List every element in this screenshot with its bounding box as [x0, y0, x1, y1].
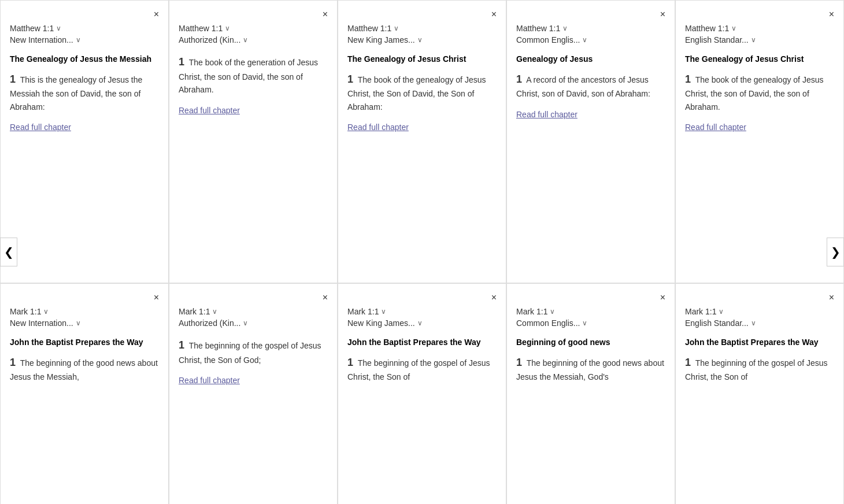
reference-text: Matthew 1:1 [685, 24, 729, 33]
version-text: English Standar... [685, 35, 749, 45]
reference-selector[interactable]: Mark 1:1 ∨ [10, 307, 159, 316]
verse-number: 1 [685, 73, 691, 85]
close-button[interactable]: × [154, 293, 159, 302]
read-full-chapter-link[interactable]: Read full chapter [10, 123, 71, 132]
verse-text: 1 The beginning of the gospel of Jesus C… [179, 337, 328, 366]
verse-number: 1 [516, 357, 522, 368]
close-button[interactable]: × [491, 10, 497, 19]
reference-text: Matthew 1:1 [347, 24, 391, 33]
reference-chevron-icon: ∨ [225, 24, 230, 32]
version-selector[interactable]: English Standar... ∨ [685, 318, 834, 328]
close-button[interactable]: × [660, 10, 665, 19]
verse-text: 1 This is the genealogy of Jesus the Mes… [10, 71, 159, 114]
reference-text: Matthew 1:1 [10, 24, 54, 33]
version-text: Authorized (Kin... [179, 35, 240, 45]
reference-selector[interactable]: Mark 1:1 ∨ [347, 307, 497, 316]
verse-text: 1 The book of the genealogy of Jesus Chr… [347, 71, 497, 114]
verse-text: 1 The book of the generation of Jesus Ch… [179, 54, 328, 97]
read-full-chapter-link[interactable]: Read full chapter [179, 376, 240, 385]
reference-selector[interactable]: Mark 1:1 ∨ [685, 307, 834, 316]
version-selector[interactable]: New Internation... ∨ [10, 318, 159, 328]
version-chevron-icon: ∨ [76, 319, 81, 327]
close-button[interactable]: × [491, 293, 497, 302]
version-chevron-icon: ∨ [243, 36, 248, 44]
next-nav-button[interactable]: ❯ [827, 238, 844, 266]
version-chevron-icon: ∨ [76, 36, 81, 44]
card-header: × [179, 10, 328, 19]
reference-chevron-icon: ∨ [56, 24, 61, 32]
card-r1c3: ×Matthew 1:1 ∨New King James... ∨The Gen… [338, 0, 506, 283]
version-chevron-icon: ∨ [582, 36, 587, 44]
section-title: John the Baptist Prepares the Way [347, 337, 497, 349]
selectors-area: Mark 1:1 ∨Authorized (Kin... ∨ [179, 307, 328, 328]
reference-selector[interactable]: Matthew 1:1 ∨ [10, 24, 159, 33]
reference-selector[interactable]: Mark 1:1 ∨ [179, 307, 328, 316]
read-full-chapter-link[interactable]: Read full chapter [516, 110, 578, 119]
verse-content: The book of the genealogy of Jesus Chris… [685, 75, 823, 112]
version-text: English Standar... [685, 318, 749, 328]
version-chevron-icon: ∨ [417, 36, 423, 44]
verse-content: The beginning of the gospel of Jesus Chr… [179, 341, 321, 365]
reference-selector[interactable]: Matthew 1:1 ∨ [347, 24, 497, 33]
read-full-chapter-link[interactable]: Read full chapter [685, 123, 746, 132]
card-r1c4: ×Matthew 1:1 ∨Common Englis... ∨Genealog… [506, 0, 675, 283]
card-r1c5: ×Matthew 1:1 ∨English Standar... ∨The Ge… [675, 0, 844, 283]
card-header: × [10, 10, 159, 19]
card-header: × [347, 293, 497, 302]
reference-selector[interactable]: Mark 1:1 ∨ [516, 307, 665, 316]
verse-number: 1 [10, 357, 16, 368]
verse-content: The book of the genealogy of Jesus Chris… [347, 75, 486, 112]
verse-content: This is the genealogy of Jesus the Messi… [10, 75, 142, 112]
card-r2c2: ×Mark 1:1 ∨Authorized (Kin... ∨1 The beg… [169, 283, 338, 504]
selectors-area: Mark 1:1 ∨English Standar... ∨ [685, 307, 834, 328]
reference-text: Mark 1:1 [179, 307, 210, 316]
version-selector[interactable]: New Internation... ∨ [10, 35, 159, 45]
close-button[interactable]: × [660, 293, 665, 302]
reference-selector[interactable]: Matthew 1:1 ∨ [179, 24, 328, 33]
close-button[interactable]: × [154, 10, 159, 19]
verse-text: 1 The beginning of the gospel of Jesus C… [685, 354, 834, 384]
bible-grid: ×Matthew 1:1 ∨New Internation... ∨The Ge… [0, 0, 844, 504]
reference-text: Mark 1:1 [10, 307, 41, 316]
section-title: The Genealogy of Jesus Christ [347, 54, 497, 65]
version-selector[interactable]: Authorized (Kin... ∨ [179, 35, 328, 45]
version-text: New Internation... [10, 318, 73, 328]
version-chevron-icon: ∨ [751, 319, 756, 327]
version-selector[interactable]: Authorized (Kin... ∨ [179, 318, 328, 328]
close-button[interactable]: × [829, 10, 834, 19]
close-button[interactable]: × [323, 293, 328, 302]
verse-content: The beginning of the gospel of Jesus Chr… [685, 358, 827, 382]
verse-text: 1 The beginning of the good news about J… [516, 354, 665, 384]
reference-selector[interactable]: Matthew 1:1 ∨ [685, 24, 834, 33]
close-button[interactable]: × [323, 10, 328, 19]
section-title: The Genealogy of Jesus the Messiah [10, 54, 159, 65]
verse-content: The beginning of the good news about Jes… [516, 358, 664, 382]
prev-nav-button[interactable]: ❮ [0, 238, 17, 266]
verse-text: 1 The book of the genealogy of Jesus Chr… [685, 71, 834, 114]
reference-chevron-icon: ∨ [562, 24, 568, 32]
version-selector[interactable]: Common Englis... ∨ [516, 318, 665, 328]
version-chevron-icon: ∨ [582, 319, 587, 327]
version-selector[interactable]: Common Englis... ∨ [516, 35, 665, 45]
version-text: Common Englis... [516, 318, 580, 328]
read-full-chapter-link[interactable]: Read full chapter [179, 106, 240, 115]
version-selector[interactable]: English Standar... ∨ [685, 35, 834, 45]
card-r1c1: ×Matthew 1:1 ∨New Internation... ∨The Ge… [0, 0, 169, 283]
verse-text: 1 A record of the ancestors of Jesus Chr… [516, 71, 665, 101]
card-header: × [347, 10, 497, 19]
verse-number: 1 [179, 56, 184, 68]
close-button[interactable]: × [829, 293, 834, 302]
card-r1c2: ×Matthew 1:1 ∨Authorized (Kin... ∨1 The … [169, 0, 338, 283]
section-title: John the Baptist Prepares the Way [10, 337, 159, 349]
version-selector[interactable]: New King James... ∨ [347, 35, 497, 45]
card-r2c1: ×Mark 1:1 ∨New Internation... ∨John the … [0, 283, 169, 504]
reference-selector[interactable]: Matthew 1:1 ∨ [516, 24, 665, 33]
read-full-chapter-link[interactable]: Read full chapter [347, 123, 409, 132]
version-selector[interactable]: New King James... ∨ [347, 318, 497, 328]
card-r2c3: ×Mark 1:1 ∨New King James... ∨John the B… [338, 283, 506, 504]
verse-number: 1 [179, 339, 184, 351]
selectors-area: Matthew 1:1 ∨Common Englis... ∨ [516, 24, 665, 45]
next-nav-icon: ❯ [831, 245, 841, 259]
version-text: Common Englis... [516, 35, 580, 45]
reference-chevron-icon: ∨ [381, 307, 386, 316]
